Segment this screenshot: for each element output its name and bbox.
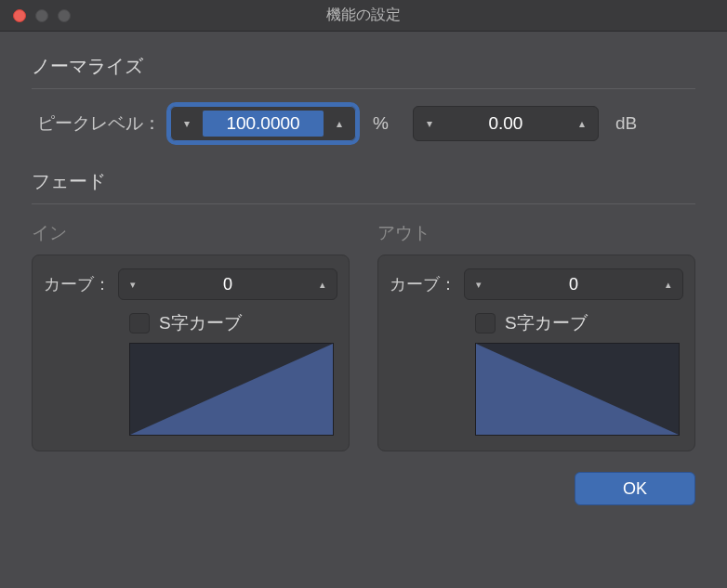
fade-out-box: カーブ： ▾ 0 ▴ S字カーブ — [377, 255, 695, 451]
ok-button[interactable]: OK — [575, 472, 695, 505]
fade-in-curve-label: カーブ： — [44, 273, 111, 295]
fade-out-curve-label: カーブ： — [390, 273, 456, 295]
chevron-down-icon[interactable]: ▾ — [171, 107, 203, 140]
fade-in-box: カーブ： ▾ 0 ▴ S字カーブ — [32, 255, 350, 451]
db-value[interactable]: 0.00 — [445, 113, 566, 134]
fade-out-scurve-label: S字カーブ — [505, 311, 588, 335]
fade-in-column: イン カーブ： ▾ 0 ▴ S字カーブ — [32, 221, 350, 451]
fade-out-label: アウト — [377, 221, 695, 245]
peak-level-unit: % — [373, 113, 389, 134]
titlebar: 機能の設定 — [0, 0, 727, 32]
svg-marker-1 — [476, 344, 679, 435]
fade-out-curve-spinner[interactable]: ▾ 0 ▴ — [464, 268, 683, 300]
chevron-down-icon[interactable]: ▾ — [465, 269, 493, 299]
peak-level-spinner[interactable]: ▾ 100.0000 ▴ — [170, 106, 356, 141]
fade-in-scurve-label: S字カーブ — [159, 311, 242, 335]
divider — [32, 203, 695, 204]
fade-out-column: アウト カーブ： ▾ 0 ▴ S字カーブ — [377, 221, 695, 451]
chevron-up-icon[interactable]: ▴ — [566, 107, 598, 140]
chevron-down-icon[interactable]: ▾ — [119, 269, 147, 299]
fade-in-scurve-checkbox[interactable] — [129, 313, 150, 333]
chevron-up-icon[interactable]: ▴ — [309, 269, 337, 299]
fade-in-curve-spinner[interactable]: ▾ 0 ▴ — [118, 268, 337, 300]
window-title: 機能の設定 — [0, 6, 727, 25]
fade-out-curve-value[interactable]: 0 — [493, 275, 654, 294]
chevron-down-icon[interactable]: ▾ — [414, 107, 445, 140]
db-unit: dB — [615, 113, 637, 134]
fade-in-curve-value[interactable]: 0 — [147, 275, 309, 294]
fade-in-graph — [129, 343, 334, 436]
chevron-up-icon[interactable]: ▴ — [324, 107, 355, 140]
peak-level-label: ピークレベル： — [37, 111, 161, 136]
peak-level-value[interactable]: 100.0000 — [203, 111, 324, 137]
fade-out-scurve-checkbox[interactable] — [475, 313, 496, 333]
db-spinner[interactable]: ▾ 0.00 ▴ — [413, 106, 599, 141]
fade-in-label: イン — [32, 221, 350, 245]
fade-out-graph — [475, 343, 680, 436]
svg-marker-0 — [130, 344, 333, 435]
chevron-up-icon[interactable]: ▴ — [654, 269, 682, 299]
normalize-header: ノーマライズ — [32, 54, 695, 79]
fade-header: フェード — [32, 169, 695, 194]
peak-level-row: ピークレベル： ▾ 100.0000 ▴ % ▾ 0.00 ▴ dB — [32, 106, 695, 141]
divider — [32, 88, 695, 89]
